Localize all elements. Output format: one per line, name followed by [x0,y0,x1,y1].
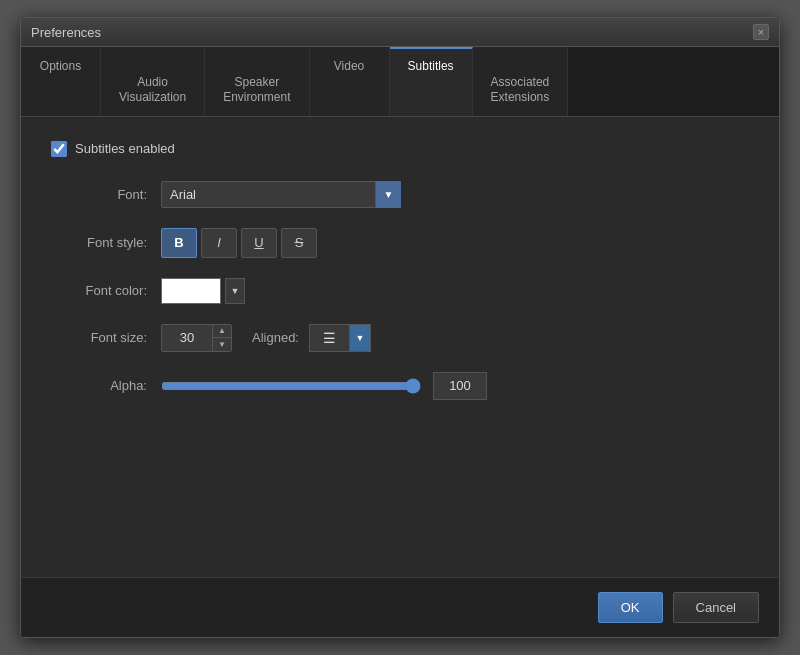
dialog-title: Preferences [31,25,101,40]
subtitles-enabled-row: Subtitles enabled [51,141,749,157]
font-size-row: Font size: ▲ ▼ Aligned: ☰ ▼ [51,324,749,352]
align-center-icon: ☰ [323,330,336,346]
tab-subtitles[interactable]: Subtitles [390,47,473,116]
font-color-row: Font color: ▼ [51,278,749,304]
tab-speaker-environment[interactable]: SpeakerEnvironment [205,47,309,116]
style-buttons-group: B I U S [161,228,317,258]
underline-button[interactable]: U [241,228,277,258]
tab-video[interactable]: Video [310,47,390,116]
font-size-up-button[interactable]: ▲ [213,325,231,338]
tab-bar: Options AudioVisualization SpeakerEnviro… [21,47,779,117]
italic-button[interactable]: I [201,228,237,258]
tab-content: Subtitles enabled Font: Arial Times New … [21,117,779,577]
alpha-slider[interactable] [161,378,421,394]
tab-audio-visualization[interactable]: AudioVisualization [101,47,205,116]
font-size-down-button[interactable]: ▼ [213,338,231,351]
cancel-button[interactable]: Cancel [673,592,759,623]
subtitles-enabled-checkbox[interactable] [51,141,67,157]
spinbox-arrows: ▲ ▼ [212,325,231,351]
font-color-label: Font color: [51,283,161,298]
aligned-select-display[interactable]: ☰ [309,324,349,352]
title-bar: Preferences × [21,18,779,47]
alpha-row: Alpha: [51,372,749,400]
ok-button[interactable]: OK [598,592,663,623]
font-row: Font: Arial Times New Roman Courier New … [51,181,749,208]
tab-options[interactable]: Options [21,47,101,116]
font-style-row: Font style: B I U S [51,228,749,258]
font-style-label: Font style: [51,235,161,250]
strikethrough-button[interactable]: S [281,228,317,258]
color-picker-wrapper: ▼ [161,278,245,304]
font-select-wrapper: Arial Times New Roman Courier New Verdan… [161,181,401,208]
aligned-dropdown-button[interactable]: ▼ [349,324,371,352]
color-dropdown-button[interactable]: ▼ [225,278,245,304]
tab-associated-extensions[interactable]: AssociatedExtensions [473,47,569,116]
alpha-label: Alpha: [51,378,161,393]
preferences-dialog: Preferences × Options AudioVisualization… [20,17,780,638]
alpha-value-input[interactable] [433,372,487,400]
bold-button[interactable]: B [161,228,197,258]
subtitles-enabled-label: Subtitles enabled [75,141,175,156]
alpha-slider-wrapper [161,376,421,396]
dialog-buttons: OK Cancel [21,577,779,637]
color-box[interactable] [161,278,221,304]
aligned-label: Aligned: [252,330,299,345]
close-button[interactable]: × [753,24,769,40]
font-label: Font: [51,187,161,202]
font-select[interactable]: Arial Times New Roman Courier New Verdan… [161,181,401,208]
aligned-wrapper: Aligned: ☰ ▼ [252,324,371,352]
font-size-label: Font size: [51,330,161,345]
font-size-spinbox: ▲ ▼ [161,324,232,352]
close-icon: × [758,26,764,38]
font-size-input[interactable] [162,325,212,351]
